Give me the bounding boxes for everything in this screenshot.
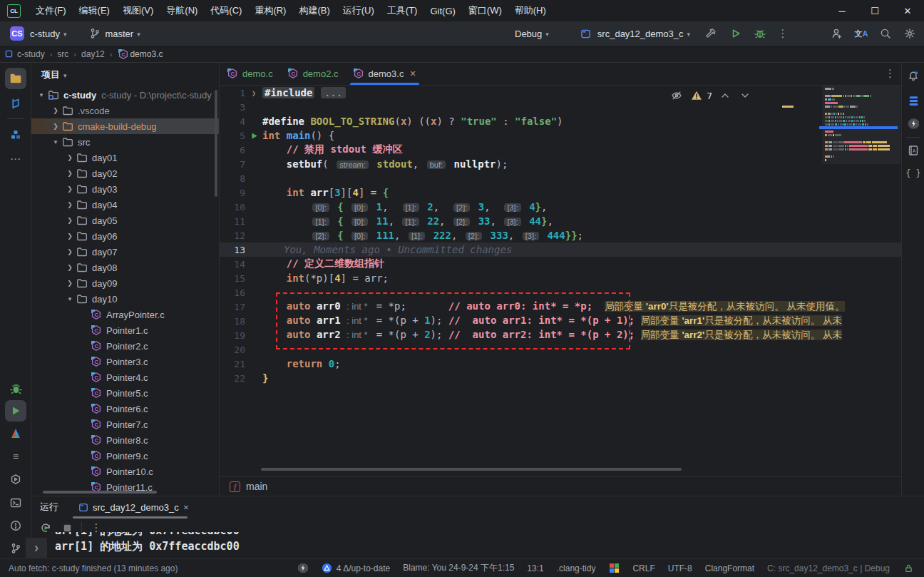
tree-item-day05[interactable]: ❯day05 <box>31 213 219 228</box>
close-button[interactable]: ✕ <box>891 0 924 21</box>
status-item-winlogo[interactable] <box>608 563 620 574</box>
status-item-lock[interactable] <box>903 563 914 574</box>
tree-item-day09[interactable]: ❯day09 <box>31 275 219 291</box>
run-tab[interactable]: src_day12_demo3_c ✕ <box>74 496 193 518</box>
menu-item-10[interactable]: 窗口(W) <box>462 0 508 21</box>
close-tab-icon[interactable]: ✕ <box>409 69 416 78</box>
chevron-down-icon[interactable]: ▾ <box>36 91 47 98</box>
chevron-right-icon[interactable]: ❯ <box>64 233 76 240</box>
tree-item-day07[interactable]: ❯day07 <box>31 244 219 260</box>
database-tool-icon[interactable] <box>905 93 921 108</box>
menu-item-1[interactable]: 编辑(E) <box>73 0 116 21</box>
chevron-down-icon[interactable]: ▾ <box>64 295 76 302</box>
menu-item-9[interactable]: Git(G) <box>423 0 461 21</box>
chevron-right-icon[interactable]: ❯ <box>64 201 76 208</box>
tree-item-Pointer5.c[interactable]: CPointer5.c <box>31 385 219 401</box>
more-tools-icon[interactable]: ⋯ <box>5 148 26 170</box>
chevron-right-icon[interactable]: ❯ <box>64 170 76 177</box>
tree-item-Pointer9.c[interactable]: CPointer9.c <box>31 448 219 464</box>
code-line-18[interactable]: 18 auto arr1 : int * = *(p + 1); // auto… <box>220 314 901 328</box>
menu-item-2[interactable]: 视图(V) <box>116 0 160 21</box>
code-line-8[interactable]: 8 <box>220 171 901 185</box>
tree-item-Pointer2.c[interactable]: CPointer2.c <box>31 338 219 354</box>
chevron-right-icon[interactable]: ❯ <box>64 264 76 271</box>
menu-item-0[interactable]: 文件(F) <box>29 0 73 21</box>
minimize-button[interactable]: ─ <box>826 0 858 21</box>
inspection-widget[interactable]: 7 <box>669 88 752 103</box>
code-line-20[interactable]: 20 <box>220 342 901 357</box>
console-output[interactable]: arr[1] 的地址为 0x7ffeaccdbc00 ❯ arr[1] 的地址为… <box>31 538 924 559</box>
run-button[interactable] <box>729 26 743 41</box>
breadcrumb-item[interactable]: demo3.c <box>130 49 163 59</box>
project-tool-icon[interactable] <box>5 68 26 89</box>
rerun-icon[interactable] <box>38 521 53 535</box>
chevron-right-icon[interactable]: ❯ <box>64 280 76 287</box>
code-line-3[interactable]: 3 <box>220 100 901 114</box>
tree-item-ArrayPointer.c[interactable]: CArrayPointer.c <box>31 307 219 322</box>
code-line-11[interactable]: 11 [1]: { [0]: 11, [1]: 22, [2]: 33, [3]… <box>220 214 901 228</box>
code-line-10[interactable]: 10 [0]: { [0]: 1, [1]: 2, [2]: 3, [3]: 4… <box>220 200 901 214</box>
tree-item-cmake-build-debug[interactable]: ❯cmake-build-debug <box>31 118 219 134</box>
code-line-7[interactable]: 7 setbuf( stream: stdout, buf: nullptr); <box>220 157 901 171</box>
tree-vertical-scrollbar[interactable] <box>215 90 217 197</box>
breadcrumb-item[interactable]: src <box>57 49 68 59</box>
tree-item-Pointer10.c[interactable]: CPointer10.c <box>31 464 219 479</box>
settings-gear-icon[interactable] <box>903 26 917 41</box>
run-config-selector[interactable]: Debug <box>515 29 542 39</box>
translate-icon[interactable]: 文A <box>854 26 868 41</box>
tree-item-Pointer4.c[interactable]: CPointer4.c <box>31 369 219 385</box>
status-item-C:[interactable]: C: src_day12_demo3_c | Debug <box>767 563 890 573</box>
build-hammer-icon[interactable] <box>704 26 719 41</box>
problems-tool-icon[interactable] <box>5 515 26 536</box>
terminal-tool-icon[interactable] <box>5 492 26 514</box>
project-panel-header[interactable]: 项目 ▾ <box>31 63 219 87</box>
debug-button[interactable] <box>753 26 767 41</box>
breadcrumb-item[interactable]: c-study <box>17 49 45 59</box>
code-line-9[interactable]: 9 int arr[3][4] = { <box>220 185 901 200</box>
tree-item-day03[interactable]: ❯day03 <box>31 181 219 197</box>
warning-triangle-icon[interactable] <box>689 88 704 103</box>
code-line-1[interactable]: 1❯#include ... <box>220 86 901 100</box>
status-item-UTF-8[interactable]: UTF-8 <box>668 563 692 573</box>
editor-tab-demo2.c[interactable]: Cdemo2.c <box>280 63 346 85</box>
chevron-right-icon[interactable]: ❯ <box>50 107 61 114</box>
structure-tool-icon[interactable] <box>5 124 26 145</box>
git-tool-icon[interactable] <box>5 538 26 559</box>
next-issue-icon[interactable] <box>738 88 752 103</box>
dictionary-tool-icon[interactable]: A <box>905 143 921 158</box>
highlight-off-icon[interactable] <box>669 88 684 103</box>
code-line-15[interactable]: 15 int(*p)[4] = arr; <box>220 271 901 285</box>
more-actions-icon[interactable]: ⋮ <box>776 26 790 41</box>
menu-item-4[interactable]: 代码(C) <box>204 0 248 21</box>
tree-item-Pointer8.c[interactable]: CPointer8.c <box>31 432 219 448</box>
tree-item-day04[interactable]: ❯day04 <box>31 197 219 213</box>
search-icon[interactable] <box>878 26 893 41</box>
todo-tool-icon[interactable]: ≡ <box>5 446 26 467</box>
tree-item-.vscode[interactable]: ❯.vscode <box>31 103 219 118</box>
run-line-icon[interactable] <box>245 132 262 140</box>
code-line-6[interactable]: 6 // 禁用 stdout 缓冲区 <box>220 143 901 157</box>
chevron-right-icon[interactable]: ❯ <box>64 185 76 193</box>
tree-horizontal-scrollbar[interactable] <box>43 491 157 494</box>
code-line-17[interactable]: 17 auto arr0 : int * = *p; // auto arr0:… <box>220 300 901 314</box>
status-item-ai[interactable] <box>297 563 309 574</box>
tree-item-day02[interactable]: ❯day02 <box>31 165 219 181</box>
chevron-right-icon[interactable]: ❯ <box>50 123 61 130</box>
menu-item-5[interactable]: 重构(R) <box>248 0 292 21</box>
code-line-5[interactable]: 5int main() { <box>220 128 901 143</box>
fold-icon[interactable]: ❯ <box>245 89 262 97</box>
code-line-19[interactable]: 19 auto arr2 : int * = *(p + 2); // auto… <box>220 328 901 342</box>
code-line-12[interactable]: 12 [2]: { [0]: 111, [1]: 222, [2]: 333, … <box>220 228 901 242</box>
debug-tool-icon[interactable] <box>5 378 26 399</box>
minimap[interactable] <box>822 86 900 164</box>
project-selector[interactable]: c-study <box>30 29 60 39</box>
chevron-right-icon[interactable]: ❯ <box>64 154 76 161</box>
tree-item-day10[interactable]: ▾day10 <box>31 291 219 307</box>
maximize-button[interactable]: ☐ <box>858 0 891 21</box>
editor-horizontal-scrollbar[interactable] <box>261 468 682 471</box>
close-tab-icon[interactable]: ✕ <box>183 504 189 511</box>
editor-tab-demo3.c[interactable]: Cdemo3.c✕ <box>346 63 423 85</box>
code-area[interactable]: 1❯#include ...34#define BOOL_TO_STRING(x… <box>220 86 901 469</box>
code-line-13[interactable]: 13You, Moments ago • Uncommitted changes <box>220 242 901 257</box>
tree-item-c-study[interactable]: ▾c-studyc-study - D:\project\c-study <box>31 87 219 103</box>
